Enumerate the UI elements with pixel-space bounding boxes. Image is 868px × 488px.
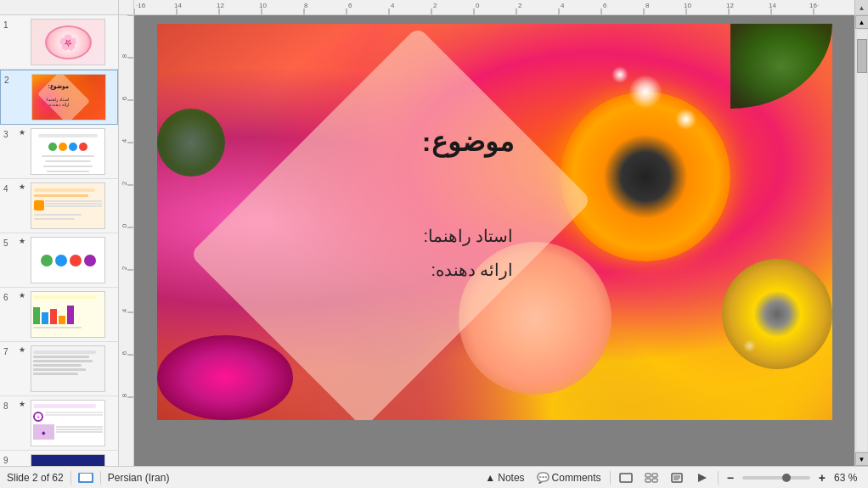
status-left: Slide 2 of 62 Persian (Iran) bbox=[7, 471, 475, 485]
svg-text:6: 6 bbox=[121, 96, 128, 100]
status-divider-1 bbox=[70, 471, 71, 485]
normal-view-button[interactable] bbox=[616, 471, 636, 485]
ruler-left: 8 6 4 2 0 2 4 6 8 bbox=[119, 15, 134, 466]
slide-thumb-1: 🌸 bbox=[31, 19, 105, 65]
svg-text:8: 8 bbox=[121, 393, 128, 397]
svg-marker-62 bbox=[698, 474, 707, 482]
slide-info: Slide 2 of 62 bbox=[7, 472, 64, 484]
slides-panel: 1 🌸 2 موضوع: استاد راهنما: bbox=[0, 15, 119, 466]
status-right: ▲ Notes 💬 Comments bbox=[482, 469, 861, 486]
slide-number-5: 5 bbox=[3, 237, 15, 248]
svg-text:8: 8 bbox=[645, 2, 650, 9]
scroll-up-button[interactable]: ▲ bbox=[855, 15, 869, 29]
slide-thumb-7 bbox=[31, 345, 105, 392]
slide-number-9: 9 bbox=[3, 454, 15, 465]
svg-text:4: 4 bbox=[391, 2, 395, 9]
svg-text:6: 6 bbox=[121, 351, 128, 355]
slide-view-icon bbox=[78, 473, 93, 483]
svg-rect-53 bbox=[620, 474, 632, 482]
svg-text:6: 6 bbox=[603, 2, 607, 9]
notes-label: Notes bbox=[498, 472, 524, 484]
slide-text-content: موضوع: استاد راهنما: ارائه دهنده: bbox=[276, 126, 514, 280]
svg-rect-54 bbox=[645, 474, 651, 477]
slide-item-3[interactable]: 3 ★ bbox=[0, 125, 118, 179]
vertical-scrollbar[interactable]: ▲ ▼ bbox=[854, 15, 868, 466]
slide-number-8: 8 bbox=[3, 400, 15, 411]
slide-thumb-2: موضوع: استاد راهنما: ارائه دهنده: bbox=[31, 74, 106, 121]
slide-star-7: ★ bbox=[19, 345, 27, 354]
svg-text:14: 14 bbox=[769, 2, 776, 9]
slide-item-9[interactable]: 9 P P P bbox=[0, 451, 118, 466]
svg-text:4: 4 bbox=[561, 2, 565, 9]
slide-title: موضوع: bbox=[276, 126, 514, 158]
slide-number-7: 7 bbox=[3, 345, 15, 356]
slide-thumb-5 bbox=[31, 237, 105, 283]
slide-subtitle2: ارائه دهنده: bbox=[276, 260, 514, 280]
slide-thumb-6 bbox=[31, 291, 105, 338]
slide-star-6: ★ bbox=[19, 291, 27, 300]
scroll-down-button[interactable]: ▼ bbox=[855, 452, 869, 466]
svg-text:·16: ·16 bbox=[136, 2, 146, 9]
language-label: Persian (Iran) bbox=[108, 472, 170, 484]
zoom-in-button[interactable]: + bbox=[815, 469, 829, 486]
svg-text:2: 2 bbox=[518, 2, 522, 9]
slide-thumb-8: + ◆ bbox=[31, 400, 105, 446]
normal-view-icon bbox=[619, 473, 633, 483]
slide-item-8[interactable]: 8 ★ + ◆ bbox=[0, 396, 118, 451]
slide-thumb-3 bbox=[31, 128, 105, 175]
zoom-slider-thumb[interactable] bbox=[782, 474, 791, 482]
svg-text:2: 2 bbox=[433, 2, 437, 9]
slide-item-2[interactable]: 2 موضوع: استاد راهنما: ارائه دهنده: bbox=[0, 70, 118, 125]
slide-number-1: 1 bbox=[3, 19, 15, 30]
slide-sorter-button[interactable] bbox=[641, 471, 662, 485]
comments-label: Comments bbox=[552, 472, 601, 484]
slideshow-icon bbox=[696, 473, 709, 483]
zoom-slider[interactable] bbox=[742, 476, 810, 480]
comments-button[interactable]: 💬 Comments bbox=[533, 470, 605, 485]
slide-item-4[interactable]: 4 ★ bbox=[0, 179, 118, 233]
slideshow-button[interactable] bbox=[692, 471, 713, 485]
slide-subtitle1: استاد راهنما: bbox=[276, 226, 514, 246]
svg-text:12: 12 bbox=[726, 2, 734, 9]
status-divider-4 bbox=[718, 471, 719, 485]
svg-rect-56 bbox=[645, 479, 651, 482]
svg-text:4: 4 bbox=[121, 308, 128, 312]
main-slide: موضوع: استاد راهنما: ارائه دهنده: bbox=[157, 24, 832, 420]
reading-view-button[interactable] bbox=[667, 471, 687, 485]
status-divider-2 bbox=[100, 471, 101, 485]
svg-text:10: 10 bbox=[259, 2, 267, 9]
slide-star-4: ★ bbox=[19, 182, 27, 191]
svg-text:8: 8 bbox=[304, 2, 308, 9]
slide-star-3: ★ bbox=[19, 128, 27, 137]
slide-thumb-9: P P P bbox=[31, 454, 105, 466]
svg-text:14: 14 bbox=[174, 2, 182, 9]
slide-item-5[interactable]: 5 ★ bbox=[0, 233, 118, 288]
notes-icon: ▲ bbox=[485, 472, 495, 484]
slide-sorter-icon bbox=[645, 473, 658, 483]
slide-star-5: ★ bbox=[19, 237, 27, 245]
svg-text:2: 2 bbox=[121, 266, 128, 270]
svg-text:2: 2 bbox=[121, 181, 128, 185]
scroll-track[interactable] bbox=[857, 31, 867, 451]
svg-text:8: 8 bbox=[121, 53, 128, 58]
slide-star-8: ★ bbox=[19, 400, 27, 408]
svg-text:10: 10 bbox=[684, 2, 691, 9]
slide-item-6[interactable]: 6 ★ bbox=[0, 288, 118, 342]
reading-view-icon bbox=[670, 473, 684, 483]
status-bar: Slide 2 of 62 Persian (Iran) ▲ Notes 💬 C… bbox=[0, 466, 868, 488]
notes-button[interactable]: ▲ Notes bbox=[482, 470, 527, 485]
slide-number-4: 4 bbox=[3, 182, 15, 194]
comments-icon: 💬 bbox=[537, 472, 550, 484]
slide-item-7[interactable]: 7 ★ bbox=[0, 342, 118, 396]
ruler-top: ·16 14 12 10 8 6 4 2 0 2 4 6 8 10 12 14 … bbox=[134, 0, 868, 15]
scroll-thumb[interactable] bbox=[857, 39, 867, 73]
zoom-out-button[interactable]: − bbox=[724, 469, 737, 486]
slide-number-2: 2 bbox=[4, 74, 16, 85]
svg-rect-57 bbox=[652, 479, 657, 482]
svg-text:0: 0 bbox=[476, 2, 480, 9]
svg-rect-55 bbox=[652, 474, 657, 477]
svg-text:0: 0 bbox=[121, 223, 128, 227]
zoom-percent: 63 % bbox=[834, 472, 861, 484]
slide-item-1[interactable]: 1 🌸 bbox=[0, 15, 118, 70]
status-divider-3 bbox=[610, 471, 611, 485]
